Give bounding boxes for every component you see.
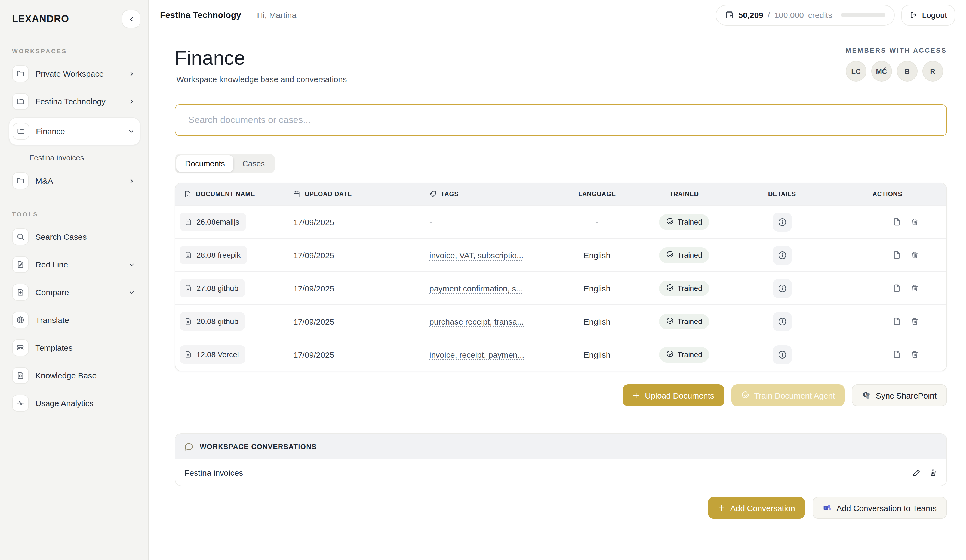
tab-documents[interactable]: Documents <box>176 156 234 172</box>
document-name-chip[interactable]: 26.08emailjs <box>180 213 246 231</box>
sidebar-item-label: Festina Technology <box>35 97 122 106</box>
folder-icon <box>12 65 29 82</box>
table-row: 12.08 Vercel 17/09/2025 invoice, receipt… <box>175 337 946 371</box>
wallet-icon <box>724 10 734 20</box>
delete-button[interactable] <box>910 218 919 226</box>
delete-button[interactable] <box>910 317 919 326</box>
check-circle-icon <box>666 218 674 226</box>
tags-link[interactable]: invoice, receipt, paymen... <box>429 350 524 359</box>
document-name-chip[interactable]: 27.08 github <box>180 279 245 297</box>
sidebar-item-compare[interactable]: Compare <box>9 280 140 304</box>
documents-table: DOCUMENT NAME UPLOAD DATE TAGS LANGUAGE … <box>175 183 947 371</box>
document-name-chip[interactable]: 28.08 freepik <box>180 246 247 264</box>
details-info-button[interactable] <box>772 312 792 331</box>
details-info-button[interactable] <box>772 212 792 231</box>
open-file-button[interactable] <box>892 251 901 259</box>
table-row: 26.08emailjs 17/09/2025 - - Trained <box>175 205 946 238</box>
search-input[interactable] <box>175 105 947 136</box>
trained-label: Trained <box>678 251 702 259</box>
column-header: ACTIONS <box>872 191 902 197</box>
plus-icon <box>718 504 725 512</box>
topbar-workspace-name: Festina Technology <box>160 10 241 20</box>
conversation-name: Festina invoices <box>184 468 913 477</box>
add-conversation-to-teams-button[interactable]: T Add Conversation to Teams <box>813 497 947 519</box>
chevron-left-icon <box>128 15 135 23</box>
trained-label: Trained <box>678 350 702 359</box>
sidebar-item-label: M&A <box>35 176 122 185</box>
tags-link[interactable]: payment confirmation, s... <box>429 283 523 293</box>
details-info-button[interactable] <box>772 278 792 298</box>
open-file-button[interactable] <box>892 350 901 359</box>
logout-icon <box>909 11 918 19</box>
sidebar-item-knowledge-base[interactable]: Knowledge Base <box>9 364 140 387</box>
language: - <box>562 217 632 226</box>
open-file-button[interactable] <box>892 218 901 226</box>
add-conversation-button[interactable]: Add Conversation <box>708 497 805 519</box>
sidebar-item-festina-technology[interactable]: Festina Technology <box>9 90 140 113</box>
activity-icon <box>12 395 29 411</box>
sharepoint-icon: S <box>863 391 871 400</box>
tab-cases[interactable]: Cases <box>234 156 273 172</box>
delete-button[interactable] <box>910 251 919 259</box>
chevron-right-icon <box>128 70 135 77</box>
sidebar-item-translate[interactable]: Translate <box>9 308 140 332</box>
open-file-button[interactable] <box>892 317 901 326</box>
details-info-button[interactable] <box>772 246 792 265</box>
delete-button[interactable] <box>910 284 919 293</box>
page-content: Finance Workspace knowledge base and con… <box>149 30 966 560</box>
open-file-button[interactable] <box>892 284 901 293</box>
document-name: 12.08 Vercel <box>197 350 239 359</box>
tags-link[interactable]: invoice, VAT, subscriptio... <box>429 251 524 260</box>
credits-total: 100,000 <box>774 10 803 20</box>
app-logo: LEXANDRO <box>12 13 69 25</box>
upload-documents-label: Upload Documents <box>645 391 714 400</box>
document-name-chip[interactable]: 20.08 github <box>180 312 245 331</box>
add-conversation-label: Add Conversation <box>730 503 795 513</box>
sidebar-item-label: Private Workspace <box>35 69 122 78</box>
sidebar-item-templates[interactable]: Templates <box>9 336 140 359</box>
table-row: 27.08 github 17/09/2025 payment confirma… <box>175 271 946 305</box>
sidebar-collapse-button[interactable] <box>122 10 140 28</box>
document-name-chip[interactable]: 12.08 Vercel <box>180 345 245 364</box>
column-header: UPLOAD DATE <box>305 191 352 197</box>
edit-pencil-icon[interactable] <box>913 468 921 476</box>
svg-text:T: T <box>825 506 827 510</box>
table-row: 20.08 github 17/09/2025 purchase receipt… <box>175 305 946 337</box>
file-icon <box>184 284 192 292</box>
sidebar-item-label: Translate <box>35 315 135 324</box>
document-pen-icon <box>12 256 29 273</box>
sidebar-item-ma[interactable]: M&A <box>9 169 140 192</box>
document-cube-icon <box>12 367 29 384</box>
delete-conversation-icon[interactable] <box>929 468 937 476</box>
check-circle-icon <box>666 318 674 325</box>
details-info-button[interactable] <box>772 345 792 364</box>
conversation-item[interactable]: Festina invoices <box>175 459 946 486</box>
file-icon <box>184 251 192 259</box>
upload-date: 17/09/2025 <box>284 217 420 226</box>
topbar-divider <box>249 10 249 20</box>
document-name: 26.08emailjs <box>197 218 239 226</box>
avatar: B <box>897 61 918 82</box>
credits-unit: credits <box>808 10 832 20</box>
sidebar-item-label: Finance <box>36 127 122 136</box>
sidebar-subitem-festina-invoices[interactable]: Festina invoices <box>9 149 140 166</box>
sidebar-item-label: Compare <box>35 288 122 297</box>
tag-icon <box>429 190 437 198</box>
tags-link[interactable]: purchase receipt, transa... <box>429 317 524 326</box>
train-document-agent-button[interactable]: Train Document Agent <box>731 385 844 406</box>
delete-button[interactable] <box>910 350 919 359</box>
language: English <box>562 317 632 326</box>
upload-documents-button[interactable]: Upload Documents <box>623 385 724 406</box>
table-row: 28.08 freepik 17/09/2025 invoice, VAT, s… <box>175 238 946 271</box>
sidebar-item-private-workspace[interactable]: Private Workspace <box>9 62 140 85</box>
app-window: LEXANDRO WORKSPACES Private Workspace Fe… <box>0 0 966 560</box>
sync-sharepoint-button[interactable]: S Sync SharePoint <box>852 385 947 406</box>
sidebar-item-finance[interactable]: Finance <box>9 118 140 145</box>
logout-button[interactable]: Logout <box>901 5 955 25</box>
document-name: 27.08 github <box>197 284 238 293</box>
sidebar-item-search-cases[interactable]: Search Cases <box>9 225 140 249</box>
trained-badge: Trained <box>659 214 710 230</box>
chevron-down-icon <box>128 289 135 295</box>
sidebar-item-usage-analytics[interactable]: Usage Analytics <box>9 391 140 415</box>
sidebar-item-red-line[interactable]: Red Line <box>9 253 140 276</box>
